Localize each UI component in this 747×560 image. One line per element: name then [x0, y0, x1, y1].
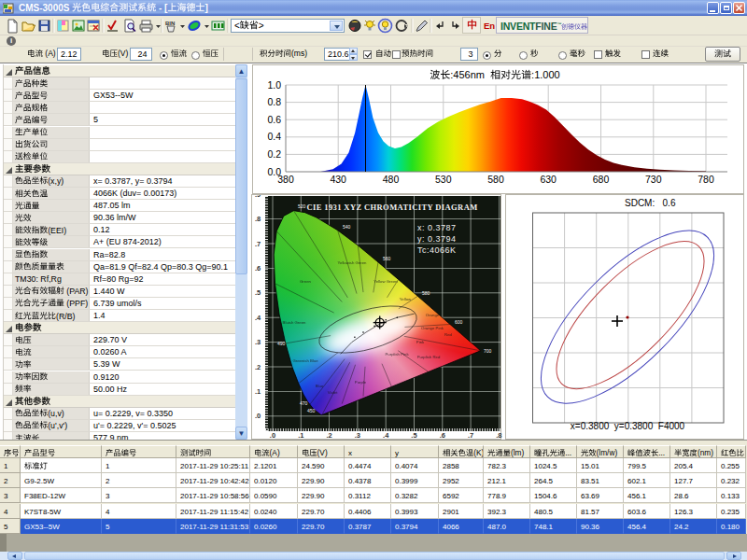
svg-text:Yellow Green: Yellow Green	[374, 279, 398, 284]
svg-text:(u',v'): (u',v')	[48, 421, 67, 430]
svg-text:Orange Pink: Orange Pink	[421, 326, 444, 330]
svg-text:Red: Red	[444, 332, 452, 337]
svg-text:x: 0.3787: x: 0.3787	[417, 223, 457, 232]
svg-text:530: 530	[435, 174, 452, 185]
svg-text:(V): (V)	[118, 49, 129, 58]
svg-text:0.6: 0.6	[267, 114, 281, 125]
svg-text:- [: - [	[156, 3, 168, 13]
svg-text:630: 630	[540, 174, 557, 185]
svg-text:470: 470	[300, 400, 308, 406]
svg-text:BIN: BIN	[165, 21, 175, 26]
svg-text:(u,v): (u,v)	[48, 409, 64, 418]
svg-text:Yellowish Green: Yellowish Green	[338, 260, 368, 265]
svg-text:Yellow: Yellow	[400, 297, 412, 301]
svg-text:(lm/w): (lm/w)	[597, 448, 618, 457]
svg-text:(R/B): (R/B)	[56, 311, 76, 320]
svg-text:...: ...	[565, 448, 571, 457]
svg-text:y: 0.3794: y: 0.3794	[417, 234, 457, 244]
svg-text:560: 560	[383, 256, 391, 261]
svg-text:(K): (K)	[473, 448, 484, 457]
svg-text:540: 540	[343, 224, 351, 230]
svg-text:Violet: Violet	[328, 390, 338, 395]
svg-text:(nm): (nm)	[698, 448, 713, 457]
svg-text:780: 780	[698, 174, 714, 185]
svg-text:SDCM: 0.6: SDCM: 0.6	[625, 198, 676, 208]
svg-text:430: 430	[330, 174, 346, 185]
svg-text:680: 680	[593, 174, 610, 185]
svg-text:Tc:4066K: Tc:4066K	[417, 245, 457, 255]
svg-text:(V): (V)	[317, 448, 328, 457]
svg-text:0.8: 0.8	[267, 96, 281, 107]
svg-text:(x,y): (x,y)	[48, 176, 63, 186]
svg-text:Green: Green	[300, 279, 312, 284]
svg-text:(PAR): (PAR)	[63, 287, 88, 296]
svg-text:0.2: 0.2	[267, 148, 281, 160]
svg-text:(A): (A)	[43, 49, 56, 58]
svg-text:(EEI): (EEI)	[48, 225, 66, 234]
svg-text:730: 730	[645, 174, 662, 185]
svg-text:<: <	[234, 21, 240, 31]
svg-text:Purplish Red: Purplish Red	[417, 355, 441, 359]
svg-text:TM30: Rf,Rg: TM30: Rf,Rg	[15, 274, 62, 284]
svg-text:Orange: Orange	[426, 313, 440, 317]
svg-text:...: ...	[658, 448, 665, 457]
svg-text:Purple: Purple	[355, 380, 367, 385]
svg-text:CIE 1931 XYZ CHROMATICITY DI: CIE 1931 XYZ CHROMATICITY DIAGRAM	[306, 203, 477, 212]
svg-text:Greenish Blue: Greenish Blue	[292, 358, 318, 363]
svg-text:600: 600	[455, 319, 463, 325]
svg-text:(lm): (lm)	[511, 448, 525, 457]
svg-text:x=0.3800 y=0.3800 F4000: x=0.3800 y=0.3800 F4000	[571, 421, 685, 431]
svg-text:580: 580	[487, 174, 504, 185]
svg-text:490: 490	[277, 341, 286, 346]
svg-text:Purplish Pink: Purplish Pink	[385, 352, 409, 357]
svg-text:Blue: Blue	[316, 384, 324, 388]
svg-text::1.000: :1.000	[531, 69, 560, 80]
svg-text::456nm: :456nm	[450, 69, 490, 80]
svg-text:(PPF): (PPF)	[63, 299, 87, 308]
svg-text:480: 480	[383, 174, 400, 185]
svg-text:580: 580	[422, 290, 430, 296]
svg-text:CMS-3000S: CMS-3000S	[19, 3, 72, 13]
svg-text:]: ]	[205, 3, 208, 13]
svg-text:>: >	[259, 21, 264, 31]
svg-text:0.0: 0.0	[267, 166, 281, 177]
svg-text:(ms): (ms)	[291, 49, 307, 58]
svg-text:1.0: 1.0	[267, 79, 281, 91]
svg-text:Pink: Pink	[416, 340, 425, 344]
svg-text:(A): (A)	[270, 448, 280, 457]
svg-text:520: 520	[298, 203, 306, 209]
svg-text:450: 450	[307, 408, 316, 413]
svg-text:700: 700	[484, 348, 492, 354]
svg-text:Bluish Green: Bluish Green	[283, 320, 306, 325]
svg-text:0.4: 0.4	[267, 131, 281, 142]
